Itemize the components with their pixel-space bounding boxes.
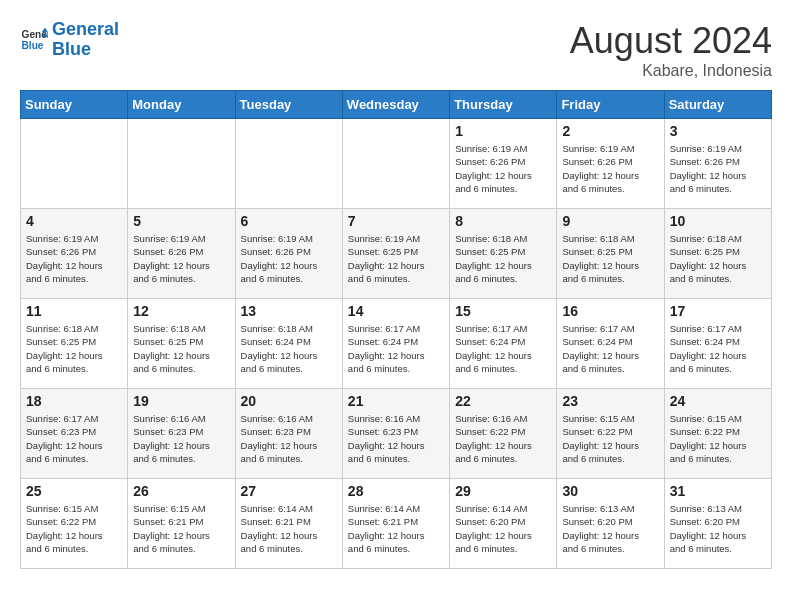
calendar-cell: 1Sunrise: 6:19 AMSunset: 6:26 PMDaylight…: [450, 119, 557, 209]
calendar-cell: 12Sunrise: 6:18 AMSunset: 6:25 PMDayligh…: [128, 299, 235, 389]
svg-text:Blue: Blue: [22, 40, 44, 51]
day-number: 22: [455, 393, 551, 409]
day-info: Sunrise: 6:16 AMSunset: 6:22 PMDaylight:…: [455, 412, 551, 465]
day-number: 14: [348, 303, 444, 319]
calendar-cell: 3Sunrise: 6:19 AMSunset: 6:26 PMDaylight…: [664, 119, 771, 209]
day-number: 8: [455, 213, 551, 229]
day-info: Sunrise: 6:17 AMSunset: 6:24 PMDaylight:…: [562, 322, 658, 375]
logo: General Blue GeneralBlue: [20, 20, 119, 60]
day-info: Sunrise: 6:18 AMSunset: 6:25 PMDaylight:…: [562, 232, 658, 285]
calendar-cell: 28Sunrise: 6:14 AMSunset: 6:21 PMDayligh…: [342, 479, 449, 569]
calendar-cell: [342, 119, 449, 209]
day-header-friday: Friday: [557, 91, 664, 119]
day-info: Sunrise: 6:19 AMSunset: 6:26 PMDaylight:…: [26, 232, 122, 285]
calendar-cell: 31Sunrise: 6:13 AMSunset: 6:20 PMDayligh…: [664, 479, 771, 569]
day-info: Sunrise: 6:14 AMSunset: 6:21 PMDaylight:…: [241, 502, 337, 555]
calendar-cell: 10Sunrise: 6:18 AMSunset: 6:25 PMDayligh…: [664, 209, 771, 299]
day-info: Sunrise: 6:17 AMSunset: 6:24 PMDaylight:…: [455, 322, 551, 375]
day-number: 29: [455, 483, 551, 499]
day-info: Sunrise: 6:15 AMSunset: 6:21 PMDaylight:…: [133, 502, 229, 555]
day-number: 11: [26, 303, 122, 319]
calendar-cell: 27Sunrise: 6:14 AMSunset: 6:21 PMDayligh…: [235, 479, 342, 569]
day-info: Sunrise: 6:18 AMSunset: 6:25 PMDaylight:…: [133, 322, 229, 375]
day-number: 3: [670, 123, 766, 139]
day-number: 12: [133, 303, 229, 319]
calendar-cell: 22Sunrise: 6:16 AMSunset: 6:22 PMDayligh…: [450, 389, 557, 479]
day-info: Sunrise: 6:16 AMSunset: 6:23 PMDaylight:…: [133, 412, 229, 465]
calendar-cell: 19Sunrise: 6:16 AMSunset: 6:23 PMDayligh…: [128, 389, 235, 479]
day-number: 15: [455, 303, 551, 319]
day-number: 7: [348, 213, 444, 229]
title-block: August 2024 Kabare, Indonesia: [570, 20, 772, 80]
calendar-cell: 18Sunrise: 6:17 AMSunset: 6:23 PMDayligh…: [21, 389, 128, 479]
day-number: 25: [26, 483, 122, 499]
day-number: 9: [562, 213, 658, 229]
day-info: Sunrise: 6:13 AMSunset: 6:20 PMDaylight:…: [562, 502, 658, 555]
calendar-cell: 23Sunrise: 6:15 AMSunset: 6:22 PMDayligh…: [557, 389, 664, 479]
calendar-week-row: 25Sunrise: 6:15 AMSunset: 6:22 PMDayligh…: [21, 479, 772, 569]
calendar-cell: 11Sunrise: 6:18 AMSunset: 6:25 PMDayligh…: [21, 299, 128, 389]
day-info: Sunrise: 6:18 AMSunset: 6:25 PMDaylight:…: [455, 232, 551, 285]
day-number: 28: [348, 483, 444, 499]
day-header-sunday: Sunday: [21, 91, 128, 119]
day-info: Sunrise: 6:19 AMSunset: 6:26 PMDaylight:…: [455, 142, 551, 195]
day-info: Sunrise: 6:19 AMSunset: 6:25 PMDaylight:…: [348, 232, 444, 285]
calendar-cell: 6Sunrise: 6:19 AMSunset: 6:26 PMDaylight…: [235, 209, 342, 299]
logo-icon: General Blue: [20, 26, 48, 54]
day-number: 13: [241, 303, 337, 319]
calendar-cell: 26Sunrise: 6:15 AMSunset: 6:21 PMDayligh…: [128, 479, 235, 569]
calendar-week-row: 4Sunrise: 6:19 AMSunset: 6:26 PMDaylight…: [21, 209, 772, 299]
day-number: 23: [562, 393, 658, 409]
calendar-table: SundayMondayTuesdayWednesdayThursdayFrid…: [20, 90, 772, 569]
day-info: Sunrise: 6:17 AMSunset: 6:24 PMDaylight:…: [348, 322, 444, 375]
day-header-monday: Monday: [128, 91, 235, 119]
calendar-cell: 30Sunrise: 6:13 AMSunset: 6:20 PMDayligh…: [557, 479, 664, 569]
calendar-week-row: 1Sunrise: 6:19 AMSunset: 6:26 PMDaylight…: [21, 119, 772, 209]
day-info: Sunrise: 6:17 AMSunset: 6:24 PMDaylight:…: [670, 322, 766, 375]
page-header: General Blue GeneralBlue August 2024 Kab…: [20, 20, 772, 80]
day-number: 5: [133, 213, 229, 229]
calendar-cell: 25Sunrise: 6:15 AMSunset: 6:22 PMDayligh…: [21, 479, 128, 569]
day-info: Sunrise: 6:14 AMSunset: 6:20 PMDaylight:…: [455, 502, 551, 555]
month-year-title: August 2024: [570, 20, 772, 62]
day-header-thursday: Thursday: [450, 91, 557, 119]
day-info: Sunrise: 6:18 AMSunset: 6:25 PMDaylight:…: [670, 232, 766, 285]
calendar-week-row: 11Sunrise: 6:18 AMSunset: 6:25 PMDayligh…: [21, 299, 772, 389]
calendar-cell: 17Sunrise: 6:17 AMSunset: 6:24 PMDayligh…: [664, 299, 771, 389]
calendar-cell: 14Sunrise: 6:17 AMSunset: 6:24 PMDayligh…: [342, 299, 449, 389]
day-number: 26: [133, 483, 229, 499]
day-number: 4: [26, 213, 122, 229]
calendar-cell: 2Sunrise: 6:19 AMSunset: 6:26 PMDaylight…: [557, 119, 664, 209]
calendar-cell: 20Sunrise: 6:16 AMSunset: 6:23 PMDayligh…: [235, 389, 342, 479]
calendar-cell: 9Sunrise: 6:18 AMSunset: 6:25 PMDaylight…: [557, 209, 664, 299]
day-number: 31: [670, 483, 766, 499]
calendar-cell: [235, 119, 342, 209]
day-number: 1: [455, 123, 551, 139]
day-info: Sunrise: 6:15 AMSunset: 6:22 PMDaylight:…: [26, 502, 122, 555]
day-number: 24: [670, 393, 766, 409]
day-info: Sunrise: 6:15 AMSunset: 6:22 PMDaylight:…: [562, 412, 658, 465]
day-number: 2: [562, 123, 658, 139]
day-number: 10: [670, 213, 766, 229]
day-info: Sunrise: 6:19 AMSunset: 6:26 PMDaylight:…: [241, 232, 337, 285]
day-header-saturday: Saturday: [664, 91, 771, 119]
calendar-cell: 5Sunrise: 6:19 AMSunset: 6:26 PMDaylight…: [128, 209, 235, 299]
day-info: Sunrise: 6:18 AMSunset: 6:24 PMDaylight:…: [241, 322, 337, 375]
logo-text: GeneralBlue: [52, 20, 119, 60]
day-number: 16: [562, 303, 658, 319]
day-info: Sunrise: 6:19 AMSunset: 6:26 PMDaylight:…: [562, 142, 658, 195]
calendar-header-row: SundayMondayTuesdayWednesdayThursdayFrid…: [21, 91, 772, 119]
calendar-cell: 8Sunrise: 6:18 AMSunset: 6:25 PMDaylight…: [450, 209, 557, 299]
day-info: Sunrise: 6:19 AMSunset: 6:26 PMDaylight:…: [670, 142, 766, 195]
day-info: Sunrise: 6:15 AMSunset: 6:22 PMDaylight:…: [670, 412, 766, 465]
calendar-cell: 21Sunrise: 6:16 AMSunset: 6:23 PMDayligh…: [342, 389, 449, 479]
day-info: Sunrise: 6:16 AMSunset: 6:23 PMDaylight:…: [348, 412, 444, 465]
calendar-cell: 16Sunrise: 6:17 AMSunset: 6:24 PMDayligh…: [557, 299, 664, 389]
day-info: Sunrise: 6:19 AMSunset: 6:26 PMDaylight:…: [133, 232, 229, 285]
location-subtitle: Kabare, Indonesia: [570, 62, 772, 80]
day-number: 19: [133, 393, 229, 409]
day-number: 20: [241, 393, 337, 409]
day-info: Sunrise: 6:17 AMSunset: 6:23 PMDaylight:…: [26, 412, 122, 465]
day-info: Sunrise: 6:16 AMSunset: 6:23 PMDaylight:…: [241, 412, 337, 465]
day-info: Sunrise: 6:13 AMSunset: 6:20 PMDaylight:…: [670, 502, 766, 555]
